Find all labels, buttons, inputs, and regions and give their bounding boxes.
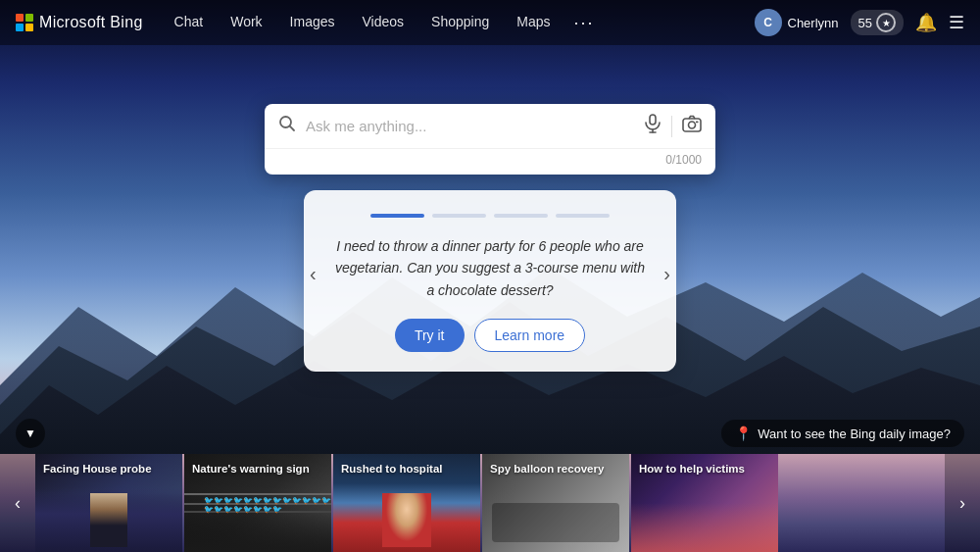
navbar: Microsoft Bing Chat Work Images Videos S… [0,0,980,45]
news-card-2[interactable]: 🐦🐦🐦🐦🐦🐦🐦🐦🐦🐦🐦🐦🐦🐦🐦🐦🐦🐦🐦🐦🐦 Nature's warning s… [184,454,331,552]
news-card-4[interactable]: Spy balloon recovery [482,454,629,552]
news-next-button[interactable]: › [945,454,980,552]
news-prev-button[interactable]: ‹ [0,454,35,552]
daily-image-hint-text: Want to see the Bing daily image? [758,427,951,441]
nav-link-chat[interactable]: Chat [163,8,216,37]
news-cards: Facing House probe 🐦🐦🐦🐦🐦🐦🐦🐦🐦🐦🐦🐦🐦🐦🐦🐦🐦🐦🐦🐦🐦… [35,454,945,552]
microsoft-logo [16,14,33,31]
nav-links: Chat Work Images Videos Shopping Maps ··… [163,8,755,37]
rewards-badge[interactable]: 55 ★ [851,10,904,35]
nav-link-work[interactable]: Work [219,8,273,37]
rewards-icon: ★ [876,13,896,32]
figure-3 [382,493,431,547]
news-card-title-2: Nature's warning sign [192,462,323,477]
hamburger-menu-icon[interactable]: ☰ [949,12,964,33]
news-card-title-5: How to help victims [639,462,770,477]
logo-text: Microsoft Bing [39,14,143,31]
news-card-5[interactable]: How to help victims [631,454,778,552]
suggestion-card: I need to throw a dinner party for 6 peo… [304,190,676,372]
logo-bing: Bing [110,14,142,30]
card-next-button[interactable]: › [663,262,670,284]
card-image-2 [184,513,331,552]
card-prev-button[interactable]: ‹ [310,262,317,284]
news-card-3[interactable]: Rushed to hospital [333,454,480,552]
suggestion-card-wrapper: I need to throw a dinner party for 6 peo… [304,175,676,372]
logo-sq-blue [16,24,24,31]
collapse-button[interactable]: ▼ [16,419,45,448]
news-strip: ‹ Facing House probe 🐦🐦🐦🐦🐦🐦🐦🐦🐦🐦🐦🐦🐦🐦🐦🐦🐦🐦 [0,454,980,552]
mic-icon[interactable] [644,114,662,138]
svg-rect-2 [650,115,656,125]
nav-link-shopping[interactable]: Shopping [419,8,501,37]
news-card-1[interactable]: Facing House probe [35,454,182,552]
nav-link-maps[interactable]: Maps [505,8,562,37]
rewards-score: 55 [858,16,872,30]
crowd-5 [631,503,778,552]
progress-bar-1 [370,214,424,218]
search-container: 0/1000 [265,104,715,175]
daily-image-hint[interactable]: 📍 Want to see the Bing daily image? [721,420,964,447]
learn-more-button[interactable]: Learn more [474,319,586,352]
try-it-button[interactable]: Try it [395,319,465,352]
user-name: Cherlynn [788,16,839,30]
progress-bar-2 [432,214,486,218]
svg-line-1 [290,126,294,130]
news-card-title-3: Rushed to hospital [341,462,472,477]
logo-sq-green [25,14,33,22]
wire-3 [184,493,331,495]
logo-microsoft: Microsoft [39,14,106,30]
suggestion-actions: Try it Learn more [331,319,649,352]
logo-sq-red [16,14,24,22]
avatar: C [755,9,782,36]
search-char-count: 0/1000 [265,148,715,175]
progress-bar-4 [556,214,610,218]
search-input-row [265,104,715,148]
svg-rect-5 [683,119,701,131]
user-profile[interactable]: C Cherlynn [755,9,839,36]
location-icon: 📍 [735,426,752,441]
suggestion-text: I need to throw a dinner party for 6 peo… [331,235,649,301]
search-input[interactable] [306,118,634,134]
debris-4 [492,503,619,542]
logo-sq-yellow [25,24,33,31]
search-icon [278,115,296,137]
bottom-actions: ▼ 📍 Want to see the Bing daily image? [0,419,980,454]
progress-indicators [331,214,649,218]
figure-1 [90,493,127,547]
camera-icon[interactable] [682,115,702,137]
divider [671,116,672,137]
notifications-bell-icon[interactable]: 🔔 [915,12,937,33]
nav-more-button[interactable]: ··· [565,13,602,33]
news-card-title-4: Spy balloon recovery [490,462,621,477]
bottom-bar: ▼ 📍 Want to see the Bing daily image? ‹ … [0,419,980,552]
svg-point-6 [689,122,696,128]
nav-link-videos[interactable]: Videos [351,8,416,37]
progress-bar-3 [494,214,548,218]
news-card-title-1: Facing House probe [43,462,174,477]
nav-link-images[interactable]: Images [278,8,347,37]
logo-area[interactable]: Microsoft Bing [16,14,143,31]
nav-right: C Cherlynn 55 ★ 🔔 ☰ [755,9,965,36]
svg-rect-7 [696,122,699,124]
main-content: 0/1000 I need to throw a dinner party fo… [0,45,980,372]
